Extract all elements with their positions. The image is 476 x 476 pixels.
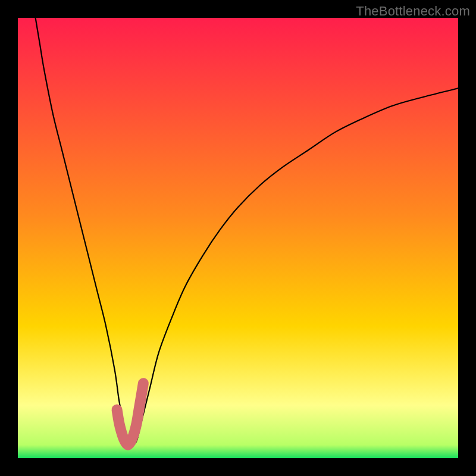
watermark-text: TheBottleneck.com <box>356 4 470 19</box>
chart-frame: TheBottleneck.com <box>0 0 476 476</box>
plot-svg <box>18 18 458 458</box>
plot-area <box>18 18 458 458</box>
